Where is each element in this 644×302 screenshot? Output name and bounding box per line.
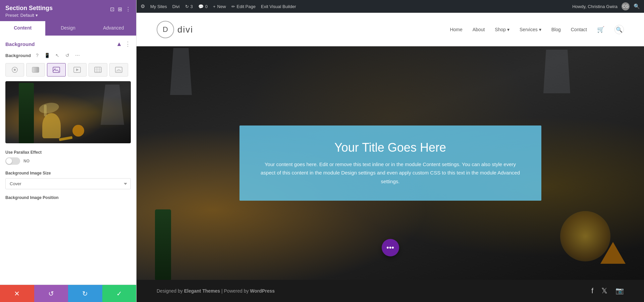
parallax-label: Use Parallax Effect	[5, 150, 131, 155]
panel-tabs: Content Design Advanced	[0, 21, 136, 36]
background-section-header: Background ▲ ⋮	[5, 41, 131, 47]
logo-circle: D	[157, 21, 174, 38]
background-label: Background	[5, 53, 31, 58]
admin-search-icon[interactable]: 🔍	[634, 3, 640, 9]
nav-contact[interactable]: Contact	[571, 27, 587, 32]
panel-title: Section Settings	[5, 5, 53, 12]
cursor-icon[interactable]: ↖	[54, 52, 61, 59]
options-icon[interactable]: ⋯	[74, 52, 81, 59]
bg-image-size-select[interactable]: Cover Contain Auto Custom	[5, 178, 131, 189]
new-label: New	[217, 4, 226, 9]
main-area: ⚙ My Sites Divi ↻ 3 💬 0 + New ✏ Edit Pag…	[137, 0, 644, 302]
plus-icon: +	[213, 4, 216, 9]
cancel-button[interactable]: ✕	[0, 285, 34, 302]
cart-icon[interactable]: 🛒	[597, 26, 604, 33]
comments-item[interactable]: 💬 0	[198, 4, 208, 9]
panel-header: Section Settings Preset: Default ▾ ⊡ ⊞ ⋮	[0, 0, 136, 21]
tab-advanced[interactable]: Advanced	[91, 21, 136, 36]
howdy-text: Howdy, Christina Gwira	[572, 4, 618, 9]
facebook-icon[interactable]: f	[591, 287, 593, 295]
confirm-button[interactable]: ✓	[102, 285, 137, 302]
footer-credit-mid: | Powered by	[220, 288, 250, 294]
svg-point-1	[14, 69, 16, 71]
undo-button[interactable]: ↺	[34, 285, 68, 302]
nav-blog[interactable]: Blog	[551, 27, 561, 32]
divi-item[interactable]: Divi	[172, 4, 180, 9]
bg-image-position-field: Background Image Position	[5, 195, 131, 200]
site-logo[interactable]: D divi	[157, 21, 193, 38]
svg-rect-2	[32, 67, 39, 72]
fab-icon: •••	[386, 243, 394, 252]
wp-admin-bar: ⚙ My Sites Divi ↻ 3 💬 0 + New ✏ Edit Pag…	[137, 0, 644, 13]
edit-page-label: Edit Page	[237, 4, 256, 9]
bg-type-mask[interactable]	[109, 63, 128, 77]
panel-header-icons: ⊡ ⊞ ⋮	[110, 6, 131, 12]
parallax-field: Use Parallax Effect NO	[5, 150, 131, 165]
wordpress-link[interactable]: WordPress	[250, 288, 275, 294]
hero-body: Your content goes here. Edit or remove t…	[260, 160, 521, 186]
preset-label[interactable]: Preset: Default ▾	[5, 13, 53, 18]
bg-type-video[interactable]	[68, 63, 87, 77]
tab-content[interactable]: Content	[0, 21, 45, 36]
parallax-toggle[interactable]	[5, 157, 20, 165]
bg-image-size-field: Background Image Size Cover Contain Auto…	[5, 171, 131, 189]
hero-title: Your Title Goes Here	[260, 141, 521, 155]
confirm-icon: ✓	[116, 290, 122, 298]
comments-icon: 💬	[198, 4, 204, 9]
hero-section: Your Title Goes Here Your content goes h…	[137, 46, 644, 280]
bg-type-image[interactable]	[47, 63, 66, 77]
hero-content-box: Your Title Goes Here Your content goes h…	[239, 125, 541, 201]
wp-logo-item[interactable]: ⚙	[141, 3, 145, 9]
footer-credit: Designed by Elegant Themes | Powered by …	[157, 288, 275, 294]
wordpress-icon: ⚙	[141, 3, 145, 9]
elegant-themes-link[interactable]: Elegant Themes	[184, 288, 220, 294]
tab-design[interactable]: Design	[45, 21, 91, 36]
section-settings-panel: Section Settings Preset: Default ▾ ⊡ ⊞ ⋮…	[0, 0, 137, 302]
divi-label: Divi	[172, 4, 180, 9]
help-icon[interactable]: ?	[34, 52, 41, 59]
nav-shop[interactable]: Shop ▾	[495, 27, 509, 32]
nav-home[interactable]: Home	[450, 27, 462, 32]
exit-builder-label: Exit Visual Builder	[261, 4, 296, 9]
reset-icon[interactable]: ↺	[64, 52, 71, 59]
bg-type-pattern[interactable]	[89, 63, 107, 77]
device-icon[interactable]: 📱	[44, 52, 51, 59]
nav-about[interactable]: About	[473, 27, 485, 32]
panel-content: Background ▲ ⋮ Background ? 📱 ↖ ↺ ⋯	[0, 36, 136, 285]
parallax-toggle-label: NO	[23, 159, 30, 163]
redo-icon: ↻	[82, 290, 88, 298]
background-image-preview[interactable]	[5, 81, 131, 143]
exit-builder-item[interactable]: Exit Visual Builder	[261, 4, 296, 9]
grid-icon[interactable]: ⊞	[118, 6, 122, 12]
updates-item[interactable]: ↻ 3	[185, 4, 193, 9]
collapse-button[interactable]: ▲	[116, 41, 122, 47]
my-sites-item[interactable]: My Sites	[150, 4, 167, 9]
section-title-actions: ▲ ⋮	[116, 41, 131, 47]
svg-rect-7	[95, 67, 101, 72]
my-sites-label: My Sites	[150, 4, 167, 9]
shop-dropdown-icon: ▾	[507, 27, 509, 32]
nav-services[interactable]: Services ▾	[520, 27, 541, 32]
new-item[interactable]: + New	[213, 4, 226, 9]
edit-page-item[interactable]: ✏ Edit Page	[231, 4, 256, 9]
fab-button[interactable]: •••	[382, 239, 399, 256]
footer-social: f 𝕏 📷	[591, 287, 624, 295]
resize-icon[interactable]: ⊡	[110, 6, 114, 12]
bg-image-size-label: Background Image Size	[5, 171, 131, 175]
parallax-toggle-row: NO	[5, 157, 131, 165]
instagram-icon[interactable]: 📷	[615, 287, 624, 295]
bg-type-color[interactable]	[5, 63, 24, 77]
section-more-button[interactable]: ⋮	[125, 41, 131, 47]
redo-button[interactable]: ↻	[68, 285, 102, 302]
cancel-icon: ✕	[14, 290, 20, 298]
svg-marker-6	[76, 68, 79, 71]
twitter-icon[interactable]: 𝕏	[601, 287, 607, 295]
user-avatar[interactable]: CG	[622, 2, 630, 10]
bg-type-gradient[interactable]	[26, 63, 45, 77]
updates-icon: ↻	[185, 4, 189, 9]
background-type-row	[5, 63, 131, 77]
logo-letter: D	[163, 25, 168, 34]
nav-search[interactable]: 🔍	[614, 25, 624, 34]
comments-count: 0	[205, 4, 208, 9]
more-options-icon[interactable]: ⋮	[125, 6, 131, 12]
